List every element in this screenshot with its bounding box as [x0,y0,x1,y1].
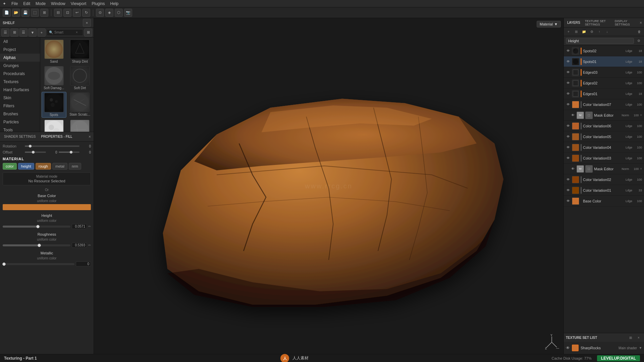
shelf-search-input[interactable] [54,31,74,34]
display-btn3[interactable]: ⬡ [115,9,123,17]
asset-sand[interactable]: Sand [42,39,66,64]
roughness-edit-icon[interactable]: ✏ [88,243,91,247]
category-grunges[interactable]: Grunges [0,62,40,70]
base-color-preview[interactable] [3,204,91,210]
layer-base-color[interactable]: 👁 Base Color Ldge 100 [564,196,644,206]
channel-settings-btn[interactable]: ⚙ [635,38,642,44]
shader-settings-tab[interactable]: SHADER SETTINGS [3,134,37,139]
shelf-view-large[interactable]: ☰ [19,28,28,37]
asset-stains-surface[interactable]: Stains Surface [42,119,66,132]
layer-down-btn[interactable]: ↓ [604,28,610,35]
mat-tab-nrm[interactable]: nrm [69,163,81,170]
layer-maskeditor2-close[interactable]: × [640,167,642,171]
asset-stain-scratch[interactable]: Stain Scratc... [68,92,93,118]
tab-texture-settings[interactable]: TEXTURE SET SETTINGS [584,19,611,27]
layer-colorvar04-vis[interactable]: 👁 [566,145,571,150]
add-fill-btn[interactable]: ⊞ [573,28,580,35]
layer-colorvar06-vis[interactable]: 👁 [566,124,571,128]
mat-tab-height[interactable]: height [18,163,34,170]
category-particles[interactable]: Particles [0,118,40,126]
layer-spots01[interactable]: 👁 Spots01 Ldge 18 [564,56,644,67]
layer-colorvar05[interactable]: 👁 Color Variation05 Ldge 100 [564,131,644,142]
layer-edges03[interactable]: 👁 Edges03 Ldge 100 [564,67,644,78]
layer-up-btn[interactable]: ↑ [596,28,603,35]
layer-colorvar07-vis[interactable]: 👁 [566,102,571,107]
add-layer-btn[interactable]: + [565,28,572,35]
tool-btn1[interactable]: ⬚ [31,9,39,17]
layers-close-btn[interactable]: × [640,20,642,25]
mat-tab-metal[interactable]: metal [52,163,67,170]
category-all[interactable]: All [0,38,40,46]
roughness-slider[interactable] [3,244,70,246]
layer-colorvar02-vis[interactable]: 👁 [566,177,571,182]
tool-btn6[interactable]: ↻ [82,9,90,17]
rotation-slider[interactable] [25,145,79,147]
shelf-view-grid[interactable]: ⊞ [10,28,18,37]
menu-plugins[interactable]: Plugins [92,1,105,6]
layer-edges02[interactable]: 👁 Edges02 Ldge 100 [564,78,644,88]
layer-maskeditor2-vis[interactable]: 👁 [571,167,575,171]
layer-maskeditor2[interactable]: 👁 M ⬚ Mask Editor Norm 100 × [564,164,644,174]
offset-slider-left[interactable] [25,152,46,153]
category-hard-surfaces[interactable]: Hard Surfaces [0,86,40,94]
save-file-btn[interactable]: 💾 [21,9,30,17]
viewport-mode-dropdown[interactable]: Material ▼ [537,21,561,27]
height-slider[interactable] [3,226,70,228]
layer-maskeditor1-vis[interactable]: 👁 [571,113,575,118]
mat-tab-color[interactable]: color [3,163,17,170]
category-filters[interactable]: Filters [0,102,40,110]
display-btn1[interactable]: ⊙ [96,9,104,17]
layer-maskeditor1-close[interactable]: × [640,113,642,117]
layer-colorvar01[interactable]: 👁 Color Variation01 Ldge 33 [564,185,644,196]
shelf-search-clear[interactable]: × [76,31,78,34]
shelf-view-list[interactable]: ☰ [1,28,9,37]
category-brushes[interactable]: Brushes [0,110,40,118]
texture-set-sharprocks[interactable]: 👁 SharpRocks Main shader ▼ [566,343,642,353]
shelf-grid-view[interactable]: ⊞ [84,28,92,37]
category-skin[interactable]: Skin [0,94,40,102]
shelf-close-btn[interactable]: × [83,19,91,27]
layer-spots02-vis[interactable]: 👁 [566,49,571,53]
layer-colorvar05-vis[interactable]: 👁 [566,134,571,139]
tool-btn2[interactable]: ⊞ [40,9,48,17]
texture-set-settings-dropdown[interactable]: ▼ [639,346,642,350]
display-btn4[interactable]: 📷 [124,9,132,17]
layer-edges02-vis[interactable]: 👁 [566,81,571,85]
new-file-btn[interactable]: 📄 [3,9,11,17]
asset-sharp-dint[interactable]: Sharp Dint [68,39,93,64]
add-group-btn[interactable]: 📁 [581,28,587,35]
layer-base-color-vis[interactable]: 👁 [566,199,571,203]
menu-file[interactable]: File [11,1,18,6]
tab-layers[interactable]: LAYERS [566,20,582,25]
open-file-btn[interactable]: 📂 [12,9,20,17]
tool-btn4[interactable]: ⊡ [63,9,71,17]
layer-colorvar07[interactable]: 👁 Color Variation07 Ldge 100 [564,99,644,110]
tool-btn5[interactable]: ↩ [73,9,81,17]
category-tools[interactable]: Tools [0,126,40,132]
layer-maskeditor1[interactable]: 👁 M ⬚ Mask Editor Norm 100 × [564,110,644,121]
layer-settings-btn[interactable]: ⚙ [588,28,595,35]
category-textures[interactable]: Textures [0,78,40,86]
layer-colorvar03[interactable]: 👁 Color Variation03 Ldge 100 [564,153,644,164]
asset-spots[interactable]: Spots [42,92,66,118]
menu-edit[interactable]: Edit [23,1,30,6]
layer-colorvar01-vis[interactable]: 👁 [566,188,571,193]
asset-subtle-scratch[interactable]: Subtle Scrat... [68,119,93,132]
asset-soft-damage[interactable]: Soft Damag... [42,65,66,90]
layer-spots02[interactable]: 👁 Spots02 Ldge 18 [564,46,644,56]
asset-soft-dirt[interactable]: Soft Dirt [68,65,93,90]
category-procedurals[interactable]: Procedurals [0,70,40,78]
layer-colorvar02[interactable]: 👁 Color Variation02 Ldge 100 [564,174,644,185]
layer-spots01-vis[interactable]: 👁 [566,59,571,64]
category-project[interactable]: Project [0,46,40,54]
channel-dropdown[interactable]: Height [566,38,634,44]
texture-set-eye[interactable]: 👁 [566,346,570,350]
layer-colorvar06[interactable]: 👁 Color Variation06 Ldge 100 [564,121,644,131]
offset-slider-right[interactable] [59,152,80,153]
properties-fill-tab[interactable]: PROPERTIES - FILL [40,134,73,139]
layer-edges01-vis[interactable]: 👁 [566,92,571,96]
props-close-btn[interactable]: × [89,134,91,139]
metallic-slider[interactable] [3,263,74,265]
layer-colorvar03-vis[interactable]: 👁 [566,156,571,161]
main-viewport[interactable]: www.rrcg.cn Material ▼ Z — Y [94,18,564,354]
